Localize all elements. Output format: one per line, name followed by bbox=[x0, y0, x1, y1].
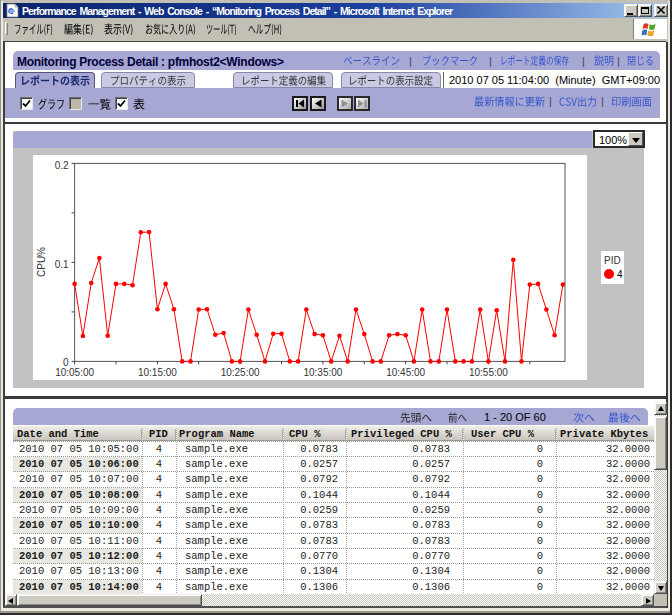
svg-text:CPU%: CPU% bbox=[36, 247, 47, 277]
svg-text:10:45:00: 10:45:00 bbox=[386, 367, 425, 378]
svg-text:0.2: 0.2 bbox=[55, 160, 69, 171]
svg-text:10:55:00: 10:55:00 bbox=[469, 367, 508, 378]
svg-text:0.1: 0.1 bbox=[55, 259, 69, 270]
svg-text:10:05:00: 10:05:00 bbox=[55, 367, 94, 378]
svg-text:10:15:00: 10:15:00 bbox=[138, 367, 177, 378]
svg-text:10:35:00: 10:35:00 bbox=[303, 367, 342, 378]
svg-text:10:25:00: 10:25:00 bbox=[221, 367, 260, 378]
